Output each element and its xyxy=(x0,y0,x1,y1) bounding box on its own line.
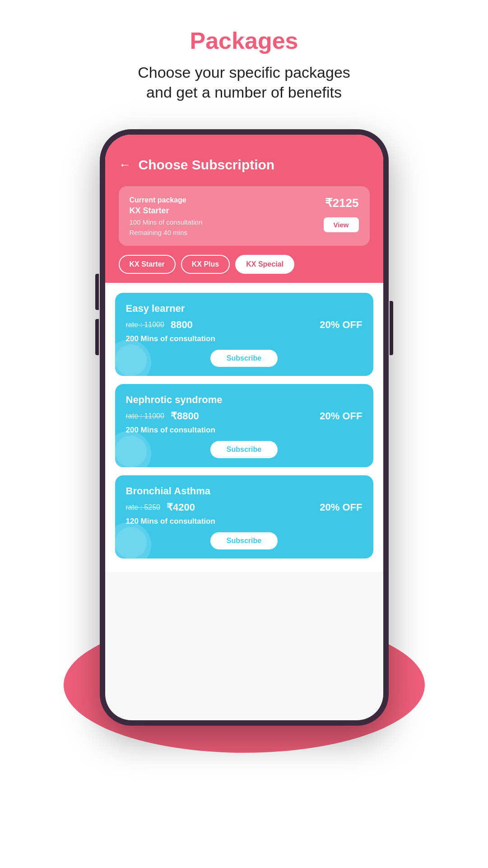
package-card-nephrotic: Nephrotic syndrome rate : 11000 ₹8800 20… xyxy=(115,384,373,467)
package-detail-1: 100 Mins of consultation xyxy=(130,217,324,228)
subscribe-button-2[interactable]: Subscribe xyxy=(210,441,278,458)
original-price-2: rate : 11000 xyxy=(126,412,164,420)
view-button[interactable]: View xyxy=(324,217,359,232)
original-price-3: rate : 5250 xyxy=(126,503,161,511)
package-title-2: Nephrotic syndrome xyxy=(126,394,363,406)
package-card-bronchial: Bronchial Asthma rate : 5250 ₹4200 20% O… xyxy=(115,475,373,558)
package-price: ₹2125 xyxy=(325,196,359,210)
current-package-card: Current package KX Starter 100 Mins of c… xyxy=(119,186,370,246)
deco-circles-1 xyxy=(115,340,151,376)
tab-kx-special[interactable]: KX Special xyxy=(235,255,294,274)
discounted-price-1: 8800 xyxy=(171,319,193,331)
power-button xyxy=(390,301,393,355)
price-row-1: rate : 11000 8800 20% OFF xyxy=(126,319,363,331)
package-card-easy-learner: Easy learner rate : 11000 8800 20% OFF 2… xyxy=(115,293,373,376)
page-subtitle: Choose your specific packagesand get a n… xyxy=(138,62,350,102)
deco-circles-2 xyxy=(115,431,151,467)
tab-row: KX Starter KX Plus KX Special xyxy=(119,255,370,283)
package-info: Current package KX Starter 100 Mins of c… xyxy=(130,196,324,238)
discounted-price-2: ₹8800 xyxy=(171,410,199,422)
discount-badge-3: 20% OFF xyxy=(320,502,362,513)
discount-badge-2: 20% OFF xyxy=(320,410,362,422)
phone-screen: ← Choose Subscription Current package KX… xyxy=(105,135,383,720)
page-header: Packages Choose your specific packagesan… xyxy=(138,27,350,102)
price-row-3: rate : 5250 ₹4200 20% OFF xyxy=(126,502,363,513)
consultation-3: 120 Mins of consultation xyxy=(126,517,363,526)
back-button[interactable]: ← xyxy=(119,158,131,172)
package-title-3: Bronchial Asthma xyxy=(126,485,363,497)
package-detail-2: Remaining 40 mins xyxy=(130,228,324,238)
original-price-1: rate : 11000 xyxy=(126,321,164,329)
consultation-2: 200 Mins of consultation xyxy=(126,426,363,435)
consultation-1: 200 Mins of consultation xyxy=(126,334,363,343)
volume-down-button xyxy=(95,319,99,355)
phone-shell: ← Choose Subscription Current package KX… xyxy=(100,129,389,726)
scroll-content: Easy learner rate : 11000 8800 20% OFF 2… xyxy=(105,283,383,572)
volume-up-button xyxy=(95,274,99,310)
deco-circles-3 xyxy=(115,522,151,558)
header-title: Choose Subscription xyxy=(139,157,275,173)
page-title: Packages xyxy=(138,27,350,54)
tab-kx-starter[interactable]: KX Starter xyxy=(119,255,176,274)
discount-badge-1: 20% OFF xyxy=(320,319,362,331)
package-title-1: Easy learner xyxy=(126,303,363,314)
package-name: KX Starter xyxy=(130,206,324,216)
tab-kx-plus[interactable]: KX Plus xyxy=(181,255,230,274)
subscribe-button-3[interactable]: Subscribe xyxy=(210,532,278,549)
phone-mockup: ← Choose Subscription Current package KX… xyxy=(100,129,389,726)
subscribe-button-1[interactable]: Subscribe xyxy=(210,350,278,367)
package-right: ₹2125 View xyxy=(324,196,359,232)
price-row-2: rate : 11000 ₹8800 20% OFF xyxy=(126,410,363,422)
discounted-price-3: ₹4200 xyxy=(167,502,195,513)
package-label: Current package xyxy=(130,196,324,204)
header-nav: ← Choose Subscription xyxy=(119,157,370,173)
app-header: ← Choose Subscription Current package KX… xyxy=(105,135,383,283)
